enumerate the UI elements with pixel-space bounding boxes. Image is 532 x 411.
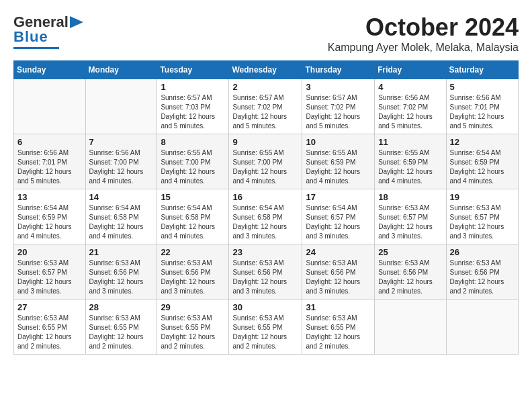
day-info: Sunrise: 6:53 AMSunset: 6:56 PMDaylight:… [378,259,442,296]
day-number: 3 [306,82,371,92]
day-info: Sunrise: 6:56 AMSunset: 7:01 PMDaylight:… [17,148,82,186]
calendar-cell: 9Sunrise: 6:55 AMSunset: 7:00 PMDaylight… [229,134,302,189]
day-info: Sunrise: 6:56 AMSunset: 7:02 PMDaylight:… [378,93,442,131]
day-number: 25 [378,247,442,257]
page-header: General Blue October 2024 Kampung Ayer M… [13,13,519,54]
day-number: 23 [232,247,298,257]
col-friday: Friday [375,61,446,79]
day-number: 14 [89,192,154,202]
day-info: Sunrise: 6:54 AMSunset: 6:58 PMDaylight:… [161,203,225,241]
day-number: 10 [306,137,371,147]
calendar-table: Sunday Monday Tuesday Wednesday Thursday… [13,60,519,355]
calendar-cell: 8Sunrise: 6:55 AMSunset: 7:00 PMDaylight… [157,134,229,189]
calendar-cell [14,79,86,134]
calendar-cell: 5Sunrise: 6:56 AMSunset: 7:01 PMDaylight… [446,79,518,134]
day-info: Sunrise: 6:53 AMSunset: 6:57 PMDaylight:… [378,203,442,241]
calendar-week-3: 13Sunrise: 6:54 AMSunset: 6:59 PMDayligh… [14,189,519,244]
col-saturday: Saturday [446,61,518,79]
calendar-cell: 6Sunrise: 6:56 AMSunset: 7:01 PMDaylight… [14,134,86,189]
calendar-cell: 10Sunrise: 6:55 AMSunset: 6:59 PMDayligh… [302,134,375,189]
page-title: October 2024 [328,13,519,42]
day-info: Sunrise: 6:53 AMSunset: 6:55 PMDaylight:… [306,314,371,351]
col-thursday: Thursday [302,61,375,79]
calendar-body: 1Sunrise: 6:57 AMSunset: 7:03 PMDaylight… [14,79,519,355]
day-info: Sunrise: 6:53 AMSunset: 6:56 PMDaylight:… [306,259,371,296]
day-info: Sunrise: 6:53 AMSunset: 6:57 PMDaylight:… [17,259,82,296]
calendar-cell: 13Sunrise: 6:54 AMSunset: 6:59 PMDayligh… [14,189,86,244]
col-sunday: Sunday [14,61,86,79]
day-number: 21 [89,247,154,257]
day-info: Sunrise: 6:54 AMSunset: 6:57 PMDaylight:… [306,203,371,241]
day-number: 15 [161,192,225,202]
day-info: Sunrise: 6:53 AMSunset: 6:56 PMDaylight:… [89,259,154,296]
day-info: Sunrise: 6:57 AMSunset: 7:03 PMDaylight:… [161,93,225,131]
calendar-cell: 29Sunrise: 6:53 AMSunset: 6:55 PMDayligh… [157,300,229,355]
day-info: Sunrise: 6:55 AMSunset: 7:00 PMDaylight:… [161,148,225,186]
calendar-week-5: 27Sunrise: 6:53 AMSunset: 6:55 PMDayligh… [14,300,519,355]
day-info: Sunrise: 6:53 AMSunset: 6:57 PMDaylight:… [450,203,515,241]
calendar-cell: 14Sunrise: 6:54 AMSunset: 6:58 PMDayligh… [85,189,157,244]
day-info: Sunrise: 6:55 AMSunset: 6:59 PMDaylight:… [378,148,442,186]
calendar-cell: 4Sunrise: 6:56 AMSunset: 7:02 PMDaylight… [375,79,446,134]
header-row: Sunday Monday Tuesday Wednesday Thursday… [14,61,519,79]
calendar-week-1: 1Sunrise: 6:57 AMSunset: 7:03 PMDaylight… [14,79,519,134]
calendar-cell: 15Sunrise: 6:54 AMSunset: 6:58 PMDayligh… [157,189,229,244]
logo-arrow-icon [70,16,83,28]
day-info: Sunrise: 6:55 AMSunset: 6:59 PMDaylight:… [306,148,371,186]
calendar-cell [85,79,157,134]
calendar-week-4: 20Sunrise: 6:53 AMSunset: 6:57 PMDayligh… [14,244,519,300]
calendar-cell: 17Sunrise: 6:54 AMSunset: 6:57 PMDayligh… [302,189,375,244]
calendar-cell: 20Sunrise: 6:53 AMSunset: 6:57 PMDayligh… [14,244,86,300]
calendar-cell: 19Sunrise: 6:53 AMSunset: 6:57 PMDayligh… [446,189,518,244]
calendar-cell: 30Sunrise: 6:53 AMSunset: 6:55 PMDayligh… [229,300,302,355]
svg-marker-0 [70,16,83,28]
calendar-cell: 31Sunrise: 6:53 AMSunset: 6:55 PMDayligh… [302,300,375,355]
calendar-cell [446,300,518,355]
day-number: 24 [306,247,371,257]
calendar-cell: 23Sunrise: 6:53 AMSunset: 6:56 PMDayligh… [229,244,302,300]
calendar-week-2: 6Sunrise: 6:56 AMSunset: 7:01 PMDaylight… [14,134,519,189]
day-info: Sunrise: 6:54 AMSunset: 6:58 PMDaylight:… [89,203,154,241]
day-number: 19 [450,192,515,202]
col-monday: Monday [85,61,157,79]
day-info: Sunrise: 6:53 AMSunset: 6:55 PMDaylight:… [161,314,225,351]
calendar-cell: 16Sunrise: 6:54 AMSunset: 6:58 PMDayligh… [229,189,302,244]
day-number: 12 [450,137,515,147]
logo-underline [13,47,59,49]
calendar-cell: 12Sunrise: 6:54 AMSunset: 6:59 PMDayligh… [446,134,518,189]
page-subtitle: Kampung Ayer Molek, Melaka, Malaysia [328,42,519,54]
day-number: 8 [161,137,225,147]
day-number: 4 [378,82,442,92]
day-number: 28 [89,302,154,312]
calendar-cell [375,300,446,355]
day-info: Sunrise: 6:53 AMSunset: 6:56 PMDaylight:… [232,259,298,296]
calendar-cell: 21Sunrise: 6:53 AMSunset: 6:56 PMDayligh… [85,244,157,300]
day-number: 31 [306,302,371,312]
calendar-cell: 27Sunrise: 6:53 AMSunset: 6:55 PMDayligh… [14,300,86,355]
calendar-cell: 24Sunrise: 6:53 AMSunset: 6:56 PMDayligh… [302,244,375,300]
day-number: 11 [378,137,442,147]
calendar-cell: 2Sunrise: 6:57 AMSunset: 7:02 PMDaylight… [229,79,302,134]
day-info: Sunrise: 6:53 AMSunset: 6:56 PMDaylight:… [161,259,225,296]
day-info: Sunrise: 6:54 AMSunset: 6:58 PMDaylight:… [232,203,298,241]
logo-blue: Blue [13,28,48,46]
col-tuesday: Tuesday [157,61,229,79]
calendar-cell: 18Sunrise: 6:53 AMSunset: 6:57 PMDayligh… [375,189,446,244]
day-number: 27 [17,302,82,312]
logo: General Blue [13,13,83,49]
day-info: Sunrise: 6:53 AMSunset: 6:55 PMDaylight:… [232,314,298,351]
day-number: 18 [378,192,442,202]
day-info: Sunrise: 6:55 AMSunset: 7:00 PMDaylight:… [232,148,298,186]
day-number: 6 [17,137,82,147]
day-info: Sunrise: 6:56 AMSunset: 7:00 PMDaylight:… [89,148,154,186]
day-info: Sunrise: 6:57 AMSunset: 7:02 PMDaylight:… [306,93,371,131]
day-info: Sunrise: 6:53 AMSunset: 6:56 PMDaylight:… [450,259,515,296]
calendar-cell: 3Sunrise: 6:57 AMSunset: 7:02 PMDaylight… [302,79,375,134]
day-number: 1 [161,82,225,92]
calendar-cell: 25Sunrise: 6:53 AMSunset: 6:56 PMDayligh… [375,244,446,300]
day-number: 7 [89,137,154,147]
day-info: Sunrise: 6:54 AMSunset: 6:59 PMDaylight:… [450,148,515,186]
calendar-header: Sunday Monday Tuesday Wednesday Thursday… [14,61,519,79]
day-number: 29 [161,302,225,312]
day-info: Sunrise: 6:57 AMSunset: 7:02 PMDaylight:… [232,93,298,131]
